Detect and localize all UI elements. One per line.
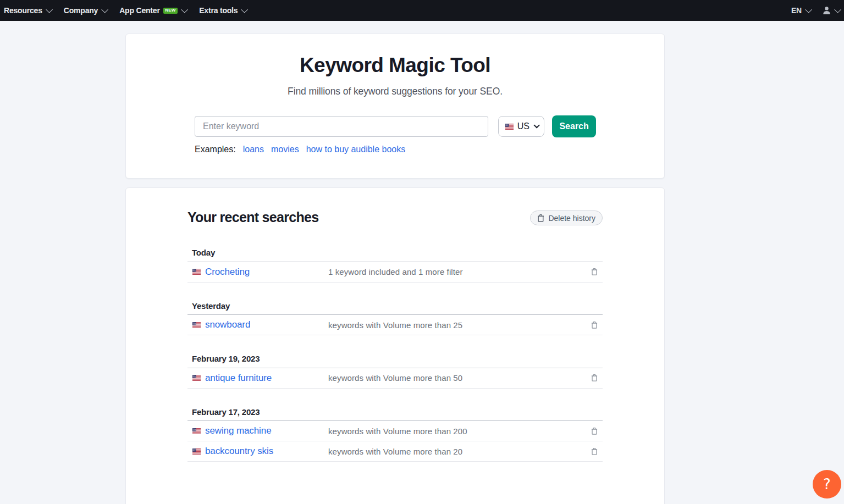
- recent-search-row: backcountry skis keywords with Volume mo…: [187, 441, 603, 462]
- examples-row: Examples: loans movies how to buy audibl…: [195, 145, 664, 154]
- search-filters-description: keywords with Volume more than 50: [328, 373, 591, 383]
- nav-item-label: Extra tools: [199, 6, 238, 15]
- trash-icon: [537, 214, 544, 223]
- user-menu[interactable]: [823, 6, 839, 15]
- us-flag-icon: [192, 375, 201, 381]
- nav-item-extra-tools[interactable]: Extra tools: [192, 0, 252, 21]
- recent-searches-title: Your recent searches: [187, 210, 318, 225]
- nav-menu: Resources Company App Center NEW Extra t…: [0, 0, 252, 21]
- group-date-label: Today: [187, 248, 603, 262]
- keyword-link[interactable]: backcountry skis: [205, 446, 273, 457]
- search-filters-description: keywords with Volume more than 20: [328, 447, 591, 456]
- us-flag-icon: [505, 124, 514, 130]
- us-flag-icon: [192, 322, 201, 328]
- keyword-input[interactable]: [195, 116, 488, 137]
- chevron-down-icon: [46, 6, 53, 13]
- trash-icon: [591, 447, 598, 456]
- example-link-audible[interactable]: how to buy audible books: [306, 145, 406, 154]
- search-history-group: Yesterday snowboard keywords with Volume…: [187, 301, 603, 336]
- recent-searches-list: Today Crocheting 1 keyword included and …: [187, 248, 603, 462]
- us-flag-icon: [192, 448, 201, 455]
- search-history-group: February 19, 2023 antique furniture keyw…: [187, 354, 603, 389]
- search-row: US Search: [195, 116, 596, 137]
- language-label: EN: [791, 6, 802, 15]
- delete-search-button[interactable]: [591, 374, 598, 382]
- search-history-group: Today Crocheting 1 keyword included and …: [187, 248, 603, 283]
- trash-icon: [591, 321, 598, 329]
- examples-label: Examples:: [195, 145, 236, 154]
- keyword-link[interactable]: snowboard: [205, 319, 250, 330]
- page-title: Keyword Magic Tool: [126, 53, 664, 75]
- search-history-group: February 17, 2023 sewing machine keyword…: [187, 407, 603, 462]
- group-date-label: February 19, 2023: [187, 354, 603, 368]
- chevron-down-icon: [181, 6, 188, 13]
- nav-item-company[interactable]: Company: [57, 0, 113, 21]
- chevron-down-icon: [241, 6, 249, 13]
- help-button[interactable]: ?: [813, 470, 841, 499]
- search-filters-description: keywords with Volume more than 200: [328, 427, 591, 436]
- nav-item-label: App Center: [119, 6, 159, 15]
- database-selector[interactable]: US: [498, 116, 544, 137]
- search-filters-description: 1 keyword included and 1 more filter: [328, 267, 591, 276]
- chevron-down-icon: [533, 122, 539, 128]
- delete-search-button[interactable]: [591, 268, 598, 276]
- search-button[interactable]: Search: [552, 115, 596, 137]
- trash-icon: [591, 427, 598, 435]
- database-label: US: [517, 121, 529, 131]
- top-navbar: Resources Company App Center NEW Extra t…: [0, 0, 844, 21]
- us-flag-icon: [192, 428, 201, 434]
- recent-search-row: Crocheting 1 keyword included and 1 more…: [187, 262, 603, 283]
- delete-history-label: Delete history: [548, 214, 595, 223]
- page-subtitle: Find millions of keyword suggestions for…: [126, 86, 664, 97]
- recent-searches-card: Your recent searches Delete history Toda…: [125, 187, 665, 504]
- recent-search-row: snowboard keywords with Volume more than…: [187, 315, 603, 335]
- language-selector[interactable]: EN: [791, 6, 810, 15]
- recent-search-row: antique furniture keywords with Volume m…: [187, 368, 603, 389]
- nav-item-label: Company: [64, 6, 98, 15]
- keyword-link[interactable]: Crocheting: [205, 267, 250, 278]
- keyword-magic-tool-card: Keyword Magic Tool Find millions of keyw…: [125, 34, 665, 179]
- help-question-mark: ?: [823, 476, 831, 492]
- delete-history-button[interactable]: Delete history: [530, 211, 603, 225]
- new-badge: NEW: [163, 8, 178, 14]
- delete-search-button[interactable]: [591, 447, 598, 456]
- chevron-down-icon: [805, 6, 812, 13]
- nav-item-label: Resources: [4, 6, 42, 15]
- chevron-down-icon: [834, 6, 841, 13]
- recent-search-row: sewing machine keywords with Volume more…: [187, 421, 603, 441]
- user-icon: [823, 6, 831, 15]
- delete-search-button[interactable]: [591, 427, 598, 435]
- trash-icon: [591, 268, 598, 276]
- nav-item-app-center[interactable]: App Center NEW: [113, 0, 192, 21]
- trash-icon: [591, 374, 598, 382]
- nav-item-resources[interactable]: Resources: [0, 0, 57, 21]
- us-flag-icon: [192, 269, 201, 275]
- group-date-label: February 17, 2023: [187, 407, 603, 421]
- keyword-link[interactable]: sewing machine: [205, 425, 272, 436]
- group-date-label: Yesterday: [187, 301, 603, 315]
- search-filters-description: keywords with Volume more than 25: [328, 320, 591, 330]
- keyword-link[interactable]: antique furniture: [205, 373, 272, 384]
- example-link-movies[interactable]: movies: [271, 145, 299, 154]
- delete-search-button[interactable]: [591, 321, 598, 329]
- chevron-down-icon: [101, 6, 108, 13]
- example-link-loans[interactable]: loans: [243, 145, 264, 154]
